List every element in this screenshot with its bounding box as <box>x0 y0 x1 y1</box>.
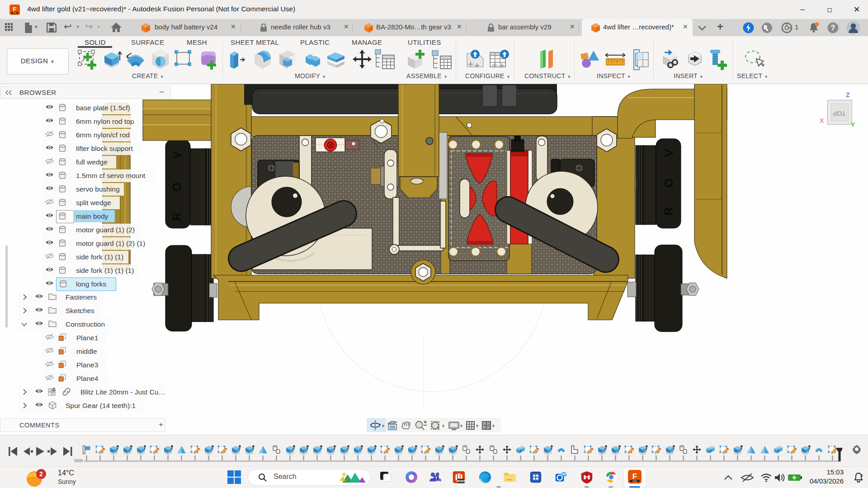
svg-text:T: T <box>435 476 438 480</box>
svg-text:FUS: FUS <box>13 12 17 14</box>
svg-text:O: O <box>662 178 675 188</box>
svg-text:z: z <box>861 473 863 478</box>
svg-text:R: R <box>662 207 675 216</box>
svg-text:FUS: FUS <box>633 480 637 483</box>
svg-text:M365: M365 <box>457 479 465 483</box>
svg-text:R: R <box>170 212 184 221</box>
svg-text:2: 2 <box>39 470 43 478</box>
svg-text:V: V <box>170 151 184 159</box>
svg-text:V: V <box>662 149 675 157</box>
svg-text:?: ? <box>831 24 835 32</box>
svg-text:F: F <box>13 6 17 13</box>
svg-text:F: F <box>632 472 637 481</box>
svg-text:O: O <box>170 183 184 192</box>
